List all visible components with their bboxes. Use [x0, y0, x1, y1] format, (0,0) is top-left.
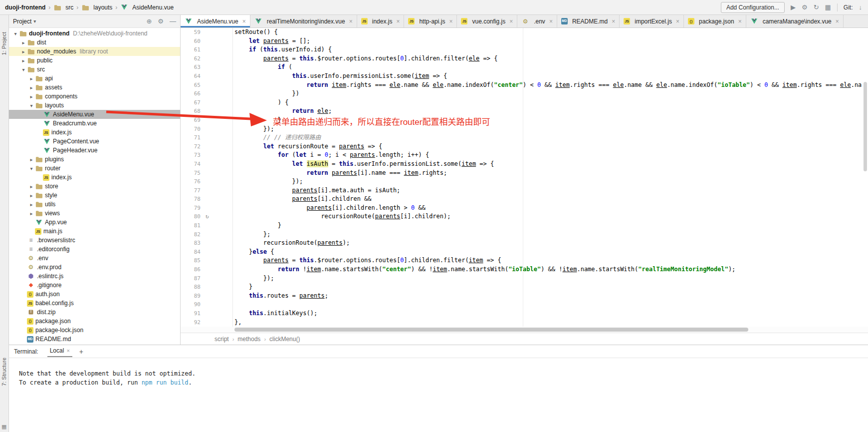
- tree-item-.browserslistrc[interactable]: ≡.browserslistrc: [9, 236, 180, 245]
- close-tab-icon[interactable]: ×: [612, 18, 615, 25]
- editor-tab-package.json[interactable]: {}package.json×: [684, 15, 746, 27]
- chevron-right-icon[interactable]: ▸: [28, 76, 35, 81]
- line-number[interactable]: 90: [181, 300, 204, 309]
- code-line-81[interactable]: 81 }: [181, 221, 868, 230]
- tree-item-style[interactable]: ▸style: [9, 191, 180, 200]
- tree-item-plugins[interactable]: ▸plugins: [9, 155, 180, 164]
- tree-item-app.vue[interactable]: App.vue: [9, 218, 180, 227]
- code-line-65[interactable]: 65 return item.rights === ele.name && el…: [181, 81, 868, 90]
- editor-tab-vue.config.js[interactable]: JSvue.config.js×: [457, 15, 517, 27]
- chevron-down-icon[interactable]: ▾: [20, 67, 27, 72]
- tree-item-src[interactable]: ▾src: [9, 65, 180, 74]
- code-line-59[interactable]: 59setRoute() {: [181, 28, 868, 37]
- tree-item-package-lock.json[interactable]: {}package-lock.json: [9, 326, 180, 335]
- line-number[interactable]: 71: [181, 133, 204, 142]
- line-number[interactable]: 83: [181, 239, 204, 248]
- terminal-tab-local[interactable]: Local×: [47, 346, 72, 357]
- code-line-92[interactable]: 92},: [181, 318, 868, 327]
- chevron-down-icon[interactable]: ▾: [28, 103, 35, 108]
- code-line-82[interactable]: 82 };: [181, 230, 868, 239]
- line-number[interactable]: 61: [181, 45, 204, 54]
- code-line-80[interactable]: 80↻ recursionRoute(parents[i].children);: [181, 212, 868, 221]
- recursive-call-icon[interactable]: ↻: [206, 213, 209, 220]
- line-number[interactable]: 63: [181, 63, 204, 72]
- close-tab-icon[interactable]: ×: [676, 18, 679, 25]
- editor-tab-.env[interactable]: ⚙.env×: [517, 15, 557, 27]
- code-line-71[interactable]: 71 // // 递归权限路由: [181, 133, 868, 142]
- chevron-right-icon[interactable]: ▸: [28, 193, 35, 198]
- line-number[interactable]: 87: [181, 274, 204, 283]
- line-number[interactable]: 60: [181, 37, 204, 46]
- tree-item-asidemenu.vue[interactable]: AsideMenu.vue: [9, 110, 180, 119]
- line-number[interactable]: 79: [181, 204, 204, 213]
- line-number[interactable]: 66: [181, 89, 204, 98]
- tree-item-public[interactable]: ▸public: [9, 56, 180, 65]
- tree-item-.env.prod[interactable]: ⚙.env.prod: [9, 263, 180, 272]
- code-line-67[interactable]: 67 ) {: [181, 98, 868, 107]
- tool-windows-grid-icon[interactable]: ▦: [825, 4, 831, 10]
- code-line-85[interactable]: 85 parents = this.$router.options.routes…: [181, 256, 868, 265]
- editor-horizontal-scrollbar[interactable]: [181, 327, 868, 333]
- chevron-down-icon[interactable]: ▾: [28, 166, 35, 171]
- editor-breadcrumb-item-methods[interactable]: methods: [237, 336, 260, 343]
- tree-item-views[interactable]: ▸views: [9, 209, 180, 218]
- tree-item-components[interactable]: ▸components: [9, 92, 180, 101]
- line-number[interactable]: 68: [181, 107, 204, 116]
- scrollbar-thumb[interactable]: [864, 82, 867, 171]
- code-line-70[interactable]: 70 });: [181, 125, 868, 134]
- code-line-74[interactable]: 74 let isAuth = this.userInfo.permission…: [181, 160, 868, 169]
- tree-item-.eslintrc.js[interactable]: .eslintrc.js: [9, 272, 180, 281]
- tree-item-assets[interactable]: ▸assets: [9, 83, 180, 92]
- tool-window-button-project[interactable]: 1: Project: [1, 32, 7, 55]
- chevron-right-icon[interactable]: ▸: [20, 58, 27, 63]
- editor-tab-http-api.js[interactable]: JShttp-api.js×: [404, 15, 457, 27]
- code-editor[interactable]: 59setRoute() {60 let parents = [];61 if …: [181, 28, 868, 327]
- tool-window-toggle-icon[interactable]: ▦: [1, 424, 6, 430]
- close-tab-icon[interactable]: ×: [549, 18, 553, 25]
- line-number[interactable]: 85: [181, 256, 204, 265]
- breadcrumb-item-src[interactable]: src: [52, 4, 74, 11]
- close-tab-icon[interactable]: ×: [242, 18, 246, 25]
- line-number[interactable]: 82: [181, 230, 204, 239]
- line-number[interactable]: 84: [181, 248, 204, 257]
- chevron-right-icon[interactable]: ▸: [28, 85, 35, 90]
- code-line-78[interactable]: 78 parents[i].children &&: [181, 195, 868, 204]
- tree-item-api[interactable]: ▸api: [9, 74, 180, 83]
- line-number[interactable]: 65: [181, 81, 204, 90]
- line-number[interactable]: 86: [181, 265, 204, 274]
- tree-item-utils[interactable]: ▸utils: [9, 200, 180, 209]
- line-number[interactable]: 88: [181, 283, 204, 292]
- code-line-68[interactable]: 68 return ele;: [181, 107, 868, 116]
- tree-item-pageheader.vue[interactable]: PageHeader.vue: [9, 146, 180, 155]
- build-gear-icon[interactable]: ⚙: [802, 4, 808, 10]
- tree-item-.env[interactable]: ⚙.env: [9, 254, 180, 263]
- code-line-88[interactable]: 88 }: [181, 283, 868, 292]
- new-terminal-session-button[interactable]: +: [79, 348, 83, 356]
- tree-item-index.js[interactable]: JSindex.js: [9, 173, 180, 182]
- code-line-84[interactable]: 84 }else {: [181, 248, 868, 257]
- line-number[interactable]: 89: [181, 292, 204, 301]
- line-number[interactable]: 73: [181, 151, 204, 160]
- chevron-down-icon[interactable]: ▾: [33, 18, 36, 24]
- close-tab-icon[interactable]: ×: [738, 18, 742, 25]
- line-number[interactable]: 72: [181, 142, 204, 151]
- editor-vertical-scrollbar[interactable]: [863, 28, 868, 327]
- close-tab-icon[interactable]: ×: [349, 18, 353, 25]
- tree-item-readme.md[interactable]: MDREADME.md: [9, 335, 180, 344]
- locate-file-icon[interactable]: ⊕: [146, 18, 152, 24]
- tree-item-store[interactable]: ▸store: [9, 182, 180, 191]
- tree-item-duoji-frontend[interactable]: ▾duoji-frontendD:\zheheWeb\duoji-fronten…: [9, 29, 180, 38]
- chevron-right-icon[interactable]: ▸: [28, 184, 35, 189]
- panel-settings-icon[interactable]: ⚙: [158, 18, 164, 24]
- editor-tab-cameramanage-index.vue[interactable]: cameraManage\index.vue×: [746, 15, 844, 27]
- line-number[interactable]: 92: [181, 318, 204, 327]
- tree-item-index.js[interactable]: JSindex.js: [9, 128, 180, 137]
- tree-item-dist.zip[interactable]: dist.zip: [9, 308, 180, 317]
- editor-tab-readme.md[interactable]: MDREADME.md×: [557, 15, 620, 27]
- breadcrumb-item-duoji-frontend[interactable]: duoji-frontend: [4, 4, 46, 11]
- code-line-64[interactable]: 64 this.userInfo.permissionList.some(ite…: [181, 72, 868, 81]
- code-line-63[interactable]: 63 if (: [181, 63, 868, 72]
- line-number[interactable]: 64: [181, 72, 204, 81]
- code-line-72[interactable]: 72 let recursionRoute = parents => {: [181, 142, 868, 151]
- chevron-right-icon[interactable]: ▸: [20, 49, 27, 54]
